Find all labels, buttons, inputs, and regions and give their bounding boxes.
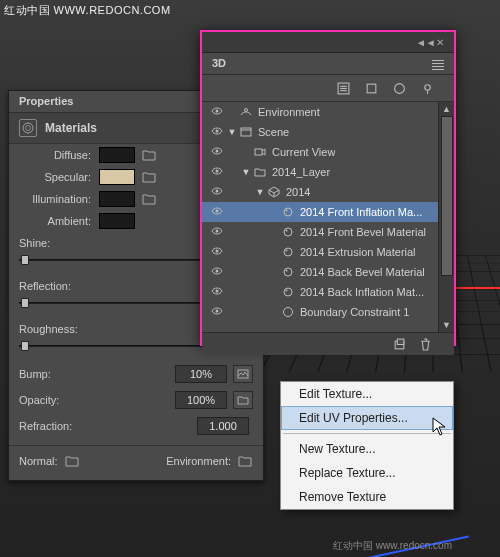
bump-label: Bump: xyxy=(19,368,51,380)
visibility-eye-icon[interactable] xyxy=(208,166,226,178)
scroll-up-icon[interactable]: ▲ xyxy=(439,102,454,116)
tree-item[interactable]: 2014 Back Inflation Mat... xyxy=(202,282,454,302)
mat-icon xyxy=(280,226,296,238)
tree-scrollbar[interactable]: ▲ ▼ xyxy=(438,102,454,332)
tree-item[interactable]: Environment xyxy=(202,102,454,122)
svg-point-35 xyxy=(216,310,219,313)
svg-point-16 xyxy=(216,150,219,153)
twisty-icon[interactable]: ▼ xyxy=(254,187,266,197)
collapse-icon[interactable]: ◄◄ xyxy=(416,37,428,47)
texture-context-menu: Edit Texture...Edit UV Properties...New … xyxy=(280,381,454,510)
bump-texture-button[interactable] xyxy=(233,365,253,383)
specular-swatch[interactable] xyxy=(99,169,135,185)
tree-item[interactable]: ▼2014_Layer xyxy=(202,162,454,182)
svg-rect-7 xyxy=(367,84,376,93)
materials-icon xyxy=(19,119,37,137)
filter-icon[interactable] xyxy=(336,81,350,95)
visibility-eye-icon[interactable] xyxy=(208,286,226,298)
svg-point-24 xyxy=(284,228,292,236)
light-icon[interactable] xyxy=(420,81,434,95)
illumination-texture-button[interactable] xyxy=(141,192,157,206)
tree-item-label: 2014 Front Inflation Ma... xyxy=(300,206,422,218)
tree-item[interactable]: 2014 Extrusion Material xyxy=(202,242,454,262)
svg-point-12 xyxy=(245,109,248,112)
ambient-label: Ambient: xyxy=(19,215,99,227)
diffuse-texture-button[interactable] xyxy=(141,148,157,162)
material-icon[interactable] xyxy=(392,81,406,95)
svg-point-0 xyxy=(23,123,33,133)
svg-point-27 xyxy=(284,248,292,256)
mesh-icon[interactable] xyxy=(364,81,378,95)
svg-point-28 xyxy=(286,250,288,252)
opacity-row: Opacity: 100% xyxy=(9,387,263,413)
visibility-eye-icon[interactable] xyxy=(208,266,226,278)
visibility-eye-icon[interactable] xyxy=(208,106,226,118)
normal-label: Normal: xyxy=(19,455,58,467)
camera-icon xyxy=(252,146,268,158)
visibility-eye-icon[interactable] xyxy=(208,246,226,258)
diffuse-swatch[interactable] xyxy=(99,147,135,163)
visibility-eye-icon[interactable] xyxy=(208,226,226,238)
specular-texture-button[interactable] xyxy=(141,170,157,184)
tree-item[interactable]: Current View xyxy=(202,142,454,162)
tree-item[interactable]: 2014 Front Bevel Material xyxy=(202,222,454,242)
svg-point-11 xyxy=(216,110,219,113)
refraction-value[interactable]: 1.000 xyxy=(197,417,249,435)
context-menu-item[interactable]: Replace Texture... xyxy=(281,461,453,485)
environment-label: Environment: xyxy=(166,455,231,467)
bump-value[interactable]: 10% xyxy=(175,365,227,383)
tree-item[interactable]: Boundary Constraint 1 xyxy=(202,302,454,322)
mat-icon xyxy=(280,266,296,278)
twisty-icon[interactable]: ▼ xyxy=(240,167,252,177)
svg-rect-17 xyxy=(255,149,262,155)
trash-icon[interactable] xyxy=(418,337,432,351)
normal-texture-button[interactable] xyxy=(64,454,80,468)
twisty-icon[interactable]: ▼ xyxy=(226,127,238,137)
svg-point-19 xyxy=(216,190,219,193)
ambient-swatch[interactable] xyxy=(99,213,135,229)
visibility-eye-icon[interactable] xyxy=(208,146,226,158)
context-menu-item[interactable]: New Texture... xyxy=(281,437,453,461)
scroll-down-icon[interactable]: ▼ xyxy=(439,318,454,332)
watermark-bottom: 红动中国 www.redocn.com xyxy=(333,539,452,553)
context-menu-item[interactable]: Edit Texture... xyxy=(281,382,453,406)
3d-panel-menu-icon[interactable] xyxy=(432,58,444,68)
menu-separator xyxy=(283,433,451,434)
bound-icon xyxy=(280,306,296,318)
tree-item[interactable]: 2014 Back Bevel Material xyxy=(202,262,454,282)
context-menu-item[interactable]: Remove Texture xyxy=(281,485,453,509)
svg-point-20 xyxy=(216,210,219,213)
svg-point-33 xyxy=(284,288,292,296)
opacity-label: Opacity: xyxy=(19,394,59,406)
context-menu-item[interactable]: Edit UV Properties... xyxy=(281,406,453,430)
close-icon[interactable]: ✕ xyxy=(434,37,446,47)
visibility-eye-icon[interactable] xyxy=(208,186,226,198)
environment-texture-button[interactable] xyxy=(237,454,253,468)
bump-row: Bump: 10% xyxy=(9,361,263,387)
tree-item-label: 2014 Extrusion Material xyxy=(300,246,416,258)
new-layer-icon[interactable] xyxy=(392,337,406,351)
svg-point-13 xyxy=(216,130,219,133)
tree-item[interactable]: 2014 Front Inflation Ma... xyxy=(202,202,454,222)
materials-title: Materials xyxy=(45,121,97,135)
svg-point-26 xyxy=(216,250,219,253)
visibility-eye-icon[interactable] xyxy=(208,126,226,138)
3d-panel-titlebar[interactable]: ◄◄ ✕ xyxy=(202,32,454,53)
mat-icon xyxy=(280,246,296,258)
3d-panel-footer xyxy=(202,332,454,355)
tree-item-label: 2014 Back Bevel Material xyxy=(300,266,425,278)
svg-point-31 xyxy=(286,270,288,272)
tree-item[interactable]: ▼2014 xyxy=(202,182,454,202)
opacity-texture-button[interactable] xyxy=(233,391,253,409)
3d-panel: ◄◄ ✕ 3D Environment▼SceneCurrent View▼20… xyxy=(200,30,456,346)
3d-tab-label[interactable]: 3D xyxy=(212,57,226,69)
opacity-value[interactable]: 100% xyxy=(175,391,227,409)
visibility-eye-icon[interactable] xyxy=(208,306,226,318)
visibility-eye-icon[interactable] xyxy=(208,206,226,218)
svg-point-34 xyxy=(286,290,288,292)
cursor-icon xyxy=(432,417,448,439)
3d-scene-tree: Environment▼SceneCurrent View▼2014_Layer… xyxy=(202,102,454,332)
illumination-swatch[interactable] xyxy=(99,191,135,207)
tree-item[interactable]: ▼Scene xyxy=(202,122,454,142)
scrollbar-thumb[interactable] xyxy=(441,116,453,276)
